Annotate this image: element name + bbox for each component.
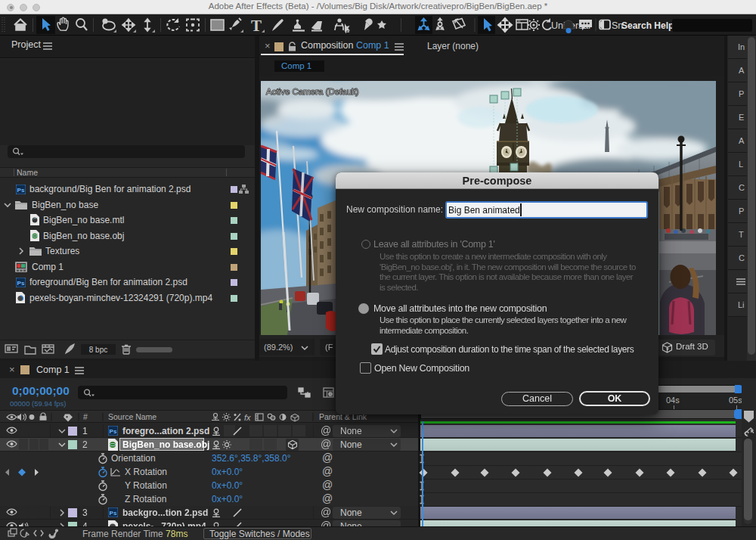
svg-text:8 bpc: 8 bpc xyxy=(89,346,107,354)
svg-text:Active Camera (Default): Active Camera (Default) xyxy=(266,87,359,96)
svg-text:Ps: Ps xyxy=(17,280,25,287)
svg-text:T: T xyxy=(251,17,262,35)
svg-text:Search Help: Search Help xyxy=(621,20,674,31)
svg-text:Ps: Ps xyxy=(110,428,117,435)
svg-text:Ps: Ps xyxy=(17,187,25,194)
svg-text:Ps: Ps xyxy=(110,510,117,517)
svg-text:#: # xyxy=(83,412,88,421)
svg-text:fx: fx xyxy=(244,413,251,422)
svg-text:Source Name: Source Name xyxy=(108,412,156,421)
